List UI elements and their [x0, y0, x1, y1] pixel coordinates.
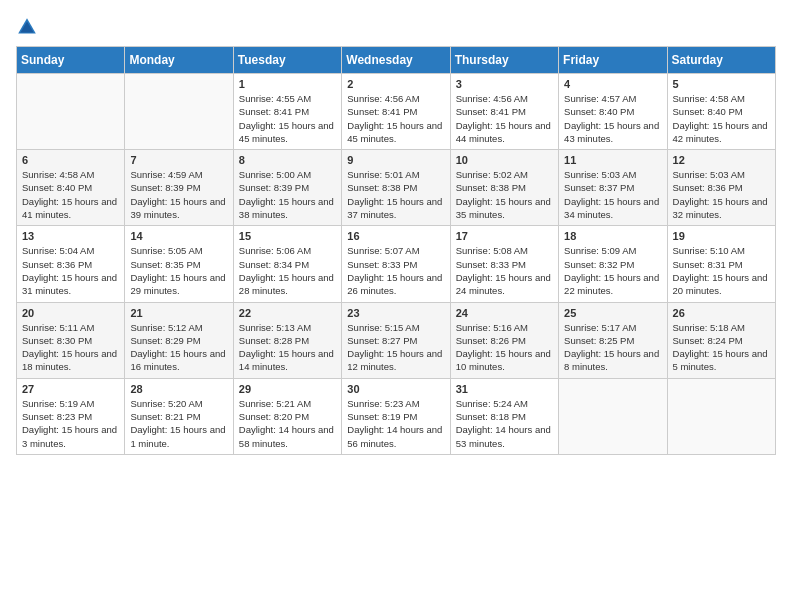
day-number: 8	[239, 154, 336, 166]
calendar-day-cell: 21Sunrise: 5:12 AM Sunset: 8:29 PM Dayli…	[125, 302, 233, 378]
day-number: 5	[673, 78, 770, 90]
day-info: Sunrise: 5:23 AM Sunset: 8:19 PM Dayligh…	[347, 397, 444, 450]
calendar-day-cell: 30Sunrise: 5:23 AM Sunset: 8:19 PM Dayli…	[342, 378, 450, 454]
day-info: Sunrise: 4:56 AM Sunset: 8:41 PM Dayligh…	[347, 92, 444, 145]
calendar-week-row: 6Sunrise: 4:58 AM Sunset: 8:40 PM Daylig…	[17, 150, 776, 226]
calendar-day-cell: 10Sunrise: 5:02 AM Sunset: 8:38 PM Dayli…	[450, 150, 558, 226]
weekday-header: Wednesday	[342, 47, 450, 74]
day-info: Sunrise: 5:06 AM Sunset: 8:34 PM Dayligh…	[239, 244, 336, 297]
day-info: Sunrise: 5:18 AM Sunset: 8:24 PM Dayligh…	[673, 321, 770, 374]
calendar-table: SundayMondayTuesdayWednesdayThursdayFrid…	[16, 46, 776, 455]
day-info: Sunrise: 5:19 AM Sunset: 8:23 PM Dayligh…	[22, 397, 119, 450]
calendar-day-cell	[559, 378, 667, 454]
logo	[16, 16, 42, 38]
day-number: 4	[564, 78, 661, 90]
calendar-week-row: 27Sunrise: 5:19 AM Sunset: 8:23 PM Dayli…	[17, 378, 776, 454]
calendar-day-cell: 6Sunrise: 4:58 AM Sunset: 8:40 PM Daylig…	[17, 150, 125, 226]
day-number: 19	[673, 230, 770, 242]
day-info: Sunrise: 5:12 AM Sunset: 8:29 PM Dayligh…	[130, 321, 227, 374]
calendar-day-cell: 31Sunrise: 5:24 AM Sunset: 8:18 PM Dayli…	[450, 378, 558, 454]
day-info: Sunrise: 4:58 AM Sunset: 8:40 PM Dayligh…	[22, 168, 119, 221]
day-info: Sunrise: 5:15 AM Sunset: 8:27 PM Dayligh…	[347, 321, 444, 374]
calendar-day-cell: 5Sunrise: 4:58 AM Sunset: 8:40 PM Daylig…	[667, 74, 775, 150]
calendar-day-cell: 15Sunrise: 5:06 AM Sunset: 8:34 PM Dayli…	[233, 226, 341, 302]
day-number: 13	[22, 230, 119, 242]
calendar-day-cell: 1Sunrise: 4:55 AM Sunset: 8:41 PM Daylig…	[233, 74, 341, 150]
day-number: 9	[347, 154, 444, 166]
day-number: 18	[564, 230, 661, 242]
page-header	[16, 16, 776, 38]
day-info: Sunrise: 5:09 AM Sunset: 8:32 PM Dayligh…	[564, 244, 661, 297]
calendar-day-cell: 3Sunrise: 4:56 AM Sunset: 8:41 PM Daylig…	[450, 74, 558, 150]
day-number: 27	[22, 383, 119, 395]
day-info: Sunrise: 5:17 AM Sunset: 8:25 PM Dayligh…	[564, 321, 661, 374]
logo-icon	[16, 16, 38, 38]
day-number: 11	[564, 154, 661, 166]
day-number: 28	[130, 383, 227, 395]
calendar-day-cell: 28Sunrise: 5:20 AM Sunset: 8:21 PM Dayli…	[125, 378, 233, 454]
day-number: 7	[130, 154, 227, 166]
calendar-week-row: 20Sunrise: 5:11 AM Sunset: 8:30 PM Dayli…	[17, 302, 776, 378]
calendar-day-cell	[17, 74, 125, 150]
day-info: Sunrise: 5:01 AM Sunset: 8:38 PM Dayligh…	[347, 168, 444, 221]
calendar-day-cell: 23Sunrise: 5:15 AM Sunset: 8:27 PM Dayli…	[342, 302, 450, 378]
calendar-day-cell: 7Sunrise: 4:59 AM Sunset: 8:39 PM Daylig…	[125, 150, 233, 226]
day-number: 30	[347, 383, 444, 395]
day-info: Sunrise: 4:59 AM Sunset: 8:39 PM Dayligh…	[130, 168, 227, 221]
day-number: 23	[347, 307, 444, 319]
calendar-week-row: 1Sunrise: 4:55 AM Sunset: 8:41 PM Daylig…	[17, 74, 776, 150]
calendar-week-row: 13Sunrise: 5:04 AM Sunset: 8:36 PM Dayli…	[17, 226, 776, 302]
calendar-day-cell: 13Sunrise: 5:04 AM Sunset: 8:36 PM Dayli…	[17, 226, 125, 302]
day-info: Sunrise: 5:11 AM Sunset: 8:30 PM Dayligh…	[22, 321, 119, 374]
calendar-day-cell	[125, 74, 233, 150]
day-number: 24	[456, 307, 553, 319]
day-number: 20	[22, 307, 119, 319]
day-info: Sunrise: 5:24 AM Sunset: 8:18 PM Dayligh…	[456, 397, 553, 450]
calendar-day-cell: 24Sunrise: 5:16 AM Sunset: 8:26 PM Dayli…	[450, 302, 558, 378]
day-info: Sunrise: 5:07 AM Sunset: 8:33 PM Dayligh…	[347, 244, 444, 297]
weekday-header: Thursday	[450, 47, 558, 74]
calendar-day-cell: 19Sunrise: 5:10 AM Sunset: 8:31 PM Dayli…	[667, 226, 775, 302]
day-number: 22	[239, 307, 336, 319]
weekday-header: Tuesday	[233, 47, 341, 74]
day-info: Sunrise: 5:21 AM Sunset: 8:20 PM Dayligh…	[239, 397, 336, 450]
day-number: 25	[564, 307, 661, 319]
calendar-day-cell: 8Sunrise: 5:00 AM Sunset: 8:39 PM Daylig…	[233, 150, 341, 226]
day-info: Sunrise: 4:55 AM Sunset: 8:41 PM Dayligh…	[239, 92, 336, 145]
day-number: 12	[673, 154, 770, 166]
day-info: Sunrise: 5:00 AM Sunset: 8:39 PM Dayligh…	[239, 168, 336, 221]
calendar-day-cell: 16Sunrise: 5:07 AM Sunset: 8:33 PM Dayli…	[342, 226, 450, 302]
day-number: 10	[456, 154, 553, 166]
weekday-header: Friday	[559, 47, 667, 74]
day-info: Sunrise: 4:57 AM Sunset: 8:40 PM Dayligh…	[564, 92, 661, 145]
calendar-day-cell: 2Sunrise: 4:56 AM Sunset: 8:41 PM Daylig…	[342, 74, 450, 150]
day-info: Sunrise: 5:16 AM Sunset: 8:26 PM Dayligh…	[456, 321, 553, 374]
day-info: Sunrise: 4:58 AM Sunset: 8:40 PM Dayligh…	[673, 92, 770, 145]
calendar-day-cell: 12Sunrise: 5:03 AM Sunset: 8:36 PM Dayli…	[667, 150, 775, 226]
day-info: Sunrise: 5:10 AM Sunset: 8:31 PM Dayligh…	[673, 244, 770, 297]
day-number: 29	[239, 383, 336, 395]
day-number: 21	[130, 307, 227, 319]
calendar-header-row: SundayMondayTuesdayWednesdayThursdayFrid…	[17, 47, 776, 74]
day-info: Sunrise: 5:04 AM Sunset: 8:36 PM Dayligh…	[22, 244, 119, 297]
day-number: 2	[347, 78, 444, 90]
calendar-day-cell: 18Sunrise: 5:09 AM Sunset: 8:32 PM Dayli…	[559, 226, 667, 302]
day-info: Sunrise: 5:02 AM Sunset: 8:38 PM Dayligh…	[456, 168, 553, 221]
day-info: Sunrise: 5:03 AM Sunset: 8:36 PM Dayligh…	[673, 168, 770, 221]
calendar-day-cell: 25Sunrise: 5:17 AM Sunset: 8:25 PM Dayli…	[559, 302, 667, 378]
day-number: 14	[130, 230, 227, 242]
day-number: 1	[239, 78, 336, 90]
calendar-day-cell: 14Sunrise: 5:05 AM Sunset: 8:35 PM Dayli…	[125, 226, 233, 302]
day-info: Sunrise: 5:03 AM Sunset: 8:37 PM Dayligh…	[564, 168, 661, 221]
weekday-header: Saturday	[667, 47, 775, 74]
calendar-day-cell: 11Sunrise: 5:03 AM Sunset: 8:37 PM Dayli…	[559, 150, 667, 226]
day-number: 15	[239, 230, 336, 242]
calendar-day-cell: 20Sunrise: 5:11 AM Sunset: 8:30 PM Dayli…	[17, 302, 125, 378]
calendar-day-cell: 27Sunrise: 5:19 AM Sunset: 8:23 PM Dayli…	[17, 378, 125, 454]
day-info: Sunrise: 5:08 AM Sunset: 8:33 PM Dayligh…	[456, 244, 553, 297]
day-info: Sunrise: 5:20 AM Sunset: 8:21 PM Dayligh…	[130, 397, 227, 450]
calendar-day-cell: 4Sunrise: 4:57 AM Sunset: 8:40 PM Daylig…	[559, 74, 667, 150]
day-number: 3	[456, 78, 553, 90]
calendar-day-cell: 9Sunrise: 5:01 AM Sunset: 8:38 PM Daylig…	[342, 150, 450, 226]
day-number: 16	[347, 230, 444, 242]
